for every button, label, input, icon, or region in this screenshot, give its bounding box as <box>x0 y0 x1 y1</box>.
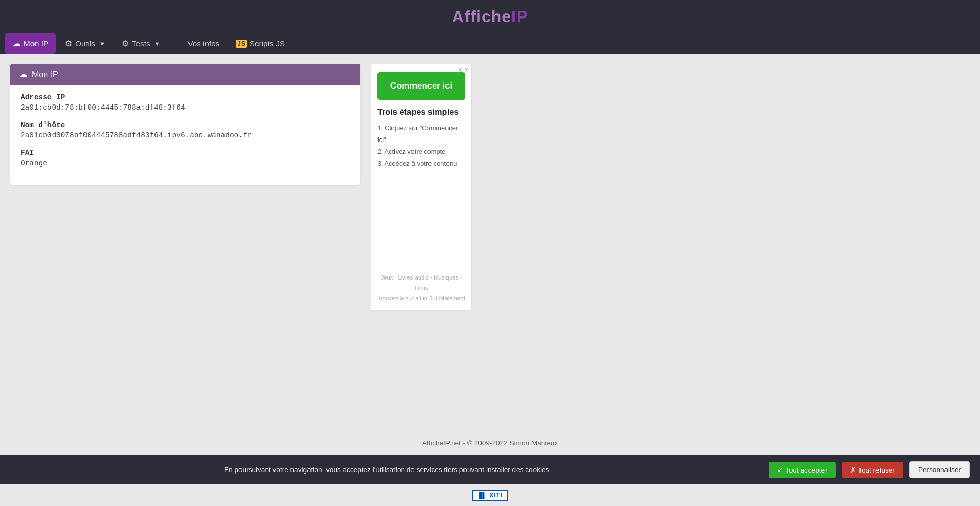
refuse-cookies-button[interactable]: ✗ Tout refuser <box>842 462 903 478</box>
gear-outils-icon: ⚙ <box>65 39 72 48</box>
left-panel: ☁ Mon IP Adresse IP 2a01:cb0d:78:bf00:44… <box>10 64 360 421</box>
ad-steps: 1. Cliquez sur "Commencer ici" 2. Active… <box>377 122 465 169</box>
ip-field-address-value: 2a01:cb0d:78:bf00:4445:788a:df48:3f64 <box>21 103 350 112</box>
js-icon: JS <box>236 40 247 48</box>
cookie-text: En poursuivant votre navigation, vous ac… <box>10 466 763 474</box>
right-panel: ✕ × Commencer ici Trois étapes simples 1… <box>371 64 474 421</box>
ip-field-address: Adresse IP 2a01:cb0d:78:bf00:4445:788a:d… <box>21 93 350 112</box>
nav-item-mon-ip[interactable]: ☁ Mon IP <box>5 33 56 54</box>
nav-item-outils[interactable]: ⚙ Outils ▼ <box>58 33 112 54</box>
xiti-bar: ▐▌ XITI <box>0 484 980 506</box>
ip-field-hostname-value: 2a01cb0d0078bf004445788adf483f64.ipv6.ab… <box>21 131 350 139</box>
ip-card-title: Mon IP <box>32 70 58 79</box>
ad-box: ✕ × Commencer ici Trois étapes simples 1… <box>371 64 472 311</box>
accept-cookies-button[interactable]: ✓ Tout accepter <box>769 462 835 478</box>
ad-step-2: 2. Activez votre compte <box>377 146 465 158</box>
monitor-icon: 🖥 <box>177 39 185 48</box>
ip-card: ☁ Mon IP Adresse IP 2a01:cb0d:78:bf00:44… <box>10 64 360 185</box>
xiti-badge: ▐▌ XITI <box>472 490 508 501</box>
ad-footer: Jeux · Livres audio · Musiques · Films T… <box>371 272 471 303</box>
ad-close-button[interactable]: ✕ × <box>458 66 468 74</box>
nav-label-tests: Tests <box>132 39 150 48</box>
caret-tests-icon: ▼ <box>154 41 160 47</box>
nav-item-tests[interactable]: ⚙ Tests ▼ <box>114 33 167 54</box>
nav-label-vos-infos: Vos infos <box>188 39 220 48</box>
cloud-nav-icon: ☁ <box>12 39 21 48</box>
cloud-header-icon: ☁ <box>19 69 28 80</box>
main-content: ☁ Mon IP Adresse IP 2a01:cb0d:78:bf00:44… <box>0 54 980 431</box>
footer: AfficheIP.net - © 2009-2022 Simon Mahieu… <box>0 431 980 455</box>
ip-card-header: ☁ Mon IP <box>10 64 360 85</box>
ad-footer-line1: Jeux · Livres audio · Musiques · Films <box>375 272 467 293</box>
nav-label-mon-ip: Mon IP <box>24 39 48 48</box>
ip-card-body: Adresse IP 2a01:cb0d:78:bf00:4445:788a:d… <box>10 85 360 185</box>
ad-step-1: 1. Cliquez sur "Commencer ici" <box>377 122 465 146</box>
gear-tests-icon: ⚙ <box>122 39 129 48</box>
nav-label-scripts-js: Scripts JS <box>250 39 285 48</box>
ip-field-hostname-label: Nom d'hôte <box>21 121 350 129</box>
nav-item-scripts-js[interactable]: JS Scripts JS <box>229 34 292 53</box>
ad-footer-line2: Trouvez le sur all-in-1 digitalement <box>375 293 467 303</box>
ad-step-3: 3. Accédez à votre contenu <box>377 158 465 169</box>
nav-label-outils: Outils <box>75 39 95 48</box>
ad-inner: Commencer ici Trois étapes simples 1. Cl… <box>371 64 471 177</box>
ip-field-hostname: Nom d'hôte 2a01cb0d0078bf004445788adf483… <box>21 121 350 139</box>
nav-item-vos-infos[interactable]: 🖥 Vos infos <box>169 34 227 54</box>
site-title-affiche: Affiche <box>452 7 511 26</box>
personnaliser-cookies-button[interactable]: Personnaliser <box>909 461 970 478</box>
ad-title: Trois étapes simples <box>377 108 465 117</box>
ip-field-fai: FAI Orange <box>21 149 350 167</box>
ip-field-fai-label: FAI <box>21 149 350 157</box>
ad-commencer-button[interactable]: Commencer ici <box>377 72 465 100</box>
footer-text: AfficheIP.net - © 2009-2022 Simon Mahieu… <box>422 439 558 447</box>
cookie-bar: En poursuivant votre navigation, vous ac… <box>0 455 980 484</box>
ip-field-fai-value: Orange <box>21 159 350 167</box>
caret-outils-icon: ▼ <box>99 41 105 47</box>
ip-field-address-label: Adresse IP <box>21 93 350 101</box>
site-title: AfficheIP <box>452 1 528 32</box>
site-title-ip: IP <box>511 7 528 26</box>
